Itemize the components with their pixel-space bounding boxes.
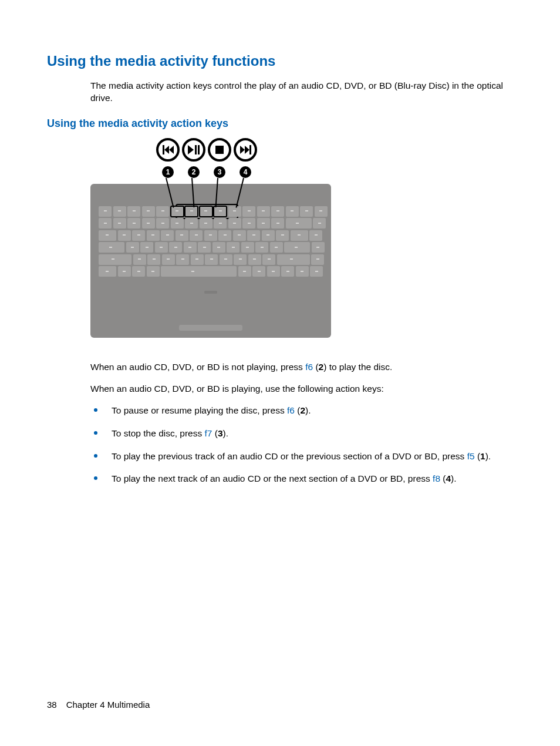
laptop-illustration (90, 184, 331, 338)
f8-key (214, 206, 227, 217)
key-reference: f6 (287, 405, 295, 415)
key-reference: f7 (205, 428, 212, 438)
key-reference: f8 (433, 473, 440, 483)
bullet-previous: To play the previous track of an audio C… (90, 451, 513, 463)
next-track-icon (234, 138, 257, 162)
intro-paragraph: The media activity action keys control t… (90, 80, 513, 105)
subsection-heading: Using the media activity action keys (47, 117, 513, 130)
f7-key (200, 206, 212, 217)
bullet-pause-resume: To pause or resume playing the disc, pre… (90, 405, 513, 417)
callout-3: 3 (214, 166, 225, 178)
page-footer: 38Chapter 4 Multimedia (47, 700, 150, 710)
previous-track-icon (156, 138, 180, 162)
bullet-stop: To stop the disc, press f7 (3). (90, 428, 513, 440)
play-pause-icon (182, 138, 205, 162)
f6-key (185, 206, 198, 217)
bullet-next: To play the next track of an audio CD or… (90, 473, 513, 485)
page-number: 38 (47, 700, 57, 710)
callout-4: 4 (239, 166, 251, 178)
callout-1: 1 (162, 166, 174, 178)
callout-2: 2 (188, 166, 200, 178)
paragraph-action-keys-intro: When an audio CD, DVD, or BD is playing,… (90, 383, 513, 395)
paragraph-play-disc: When an audio CD, DVD, or BD is not play… (90, 361, 513, 374)
key-reference: f6 (305, 362, 313, 372)
stop-icon (208, 138, 231, 162)
keyboard-figure: 1 2 3 4 (90, 138, 513, 338)
section-heading: Using the media activity functions (47, 53, 513, 69)
chapter-label: Chapter 4 Multimedia (66, 700, 150, 710)
key-reference: f5 (467, 451, 475, 461)
